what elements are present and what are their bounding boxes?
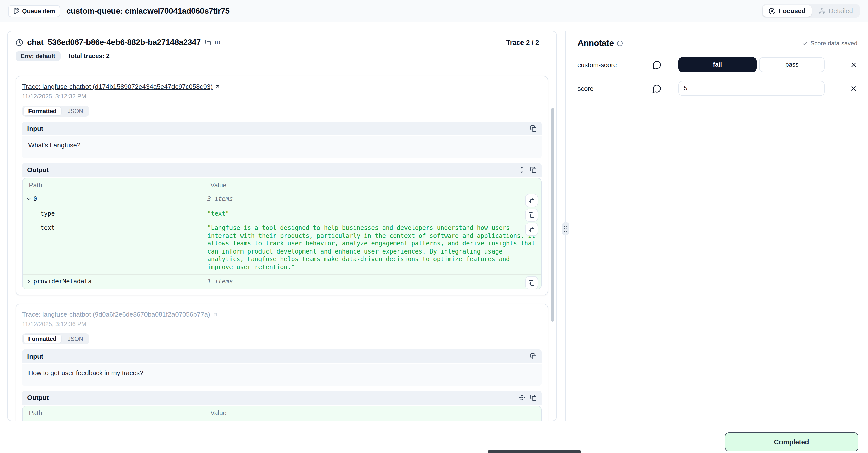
comment-icon[interactable]	[652, 60, 664, 69]
json-path: 0	[33, 195, 37, 202]
format-toggle: Formatted JSON	[22, 106, 89, 117]
trace-timestamp: 11/12/2025, 3:12:32 PM	[22, 93, 542, 100]
id-label: ID	[215, 39, 220, 46]
trace-counter: Trace 2 / 2	[506, 39, 539, 46]
external-link-icon	[215, 84, 220, 89]
input-text: What's Langfuse?	[22, 136, 542, 158]
trace-card: Trace: langfuse-chatbot (9d0a6f2e6de8670…	[16, 303, 548, 421]
table-row: 0 3 items	[23, 420, 541, 421]
score-option-pass[interactable]: pass	[759, 57, 825, 72]
delete-score-icon[interactable]	[850, 61, 858, 68]
json-path: type	[40, 210, 55, 217]
app-window: Queue item custom-queue: cmiacwel70041ad…	[0, 0, 868, 453]
copy-output-button[interactable]	[530, 167, 537, 173]
json-value: 1 items	[204, 275, 541, 289]
queue-item-badge: Queue item	[8, 5, 60, 17]
queue-item-header: chat_536ed067-b86e-4eb6-882b-ba27148a234…	[7, 31, 556, 67]
comment-icon[interactable]	[652, 84, 664, 93]
output-json-table: Path Value 0 3 items	[22, 405, 542, 421]
table-row: type "text"	[23, 207, 541, 221]
copy-input-button[interactable]	[530, 353, 537, 359]
tab-formatted[interactable]: Formatted	[23, 107, 62, 116]
delete-score-icon[interactable]	[850, 85, 858, 92]
input-section-header: Input	[22, 349, 542, 363]
clock-icon	[16, 39, 23, 46]
expand-output-button[interactable]	[519, 167, 525, 173]
view-mode-toggle: Focused Detailed	[762, 4, 860, 18]
trace-card: Trace: langfuse-chatbot (d174b1589072e43…	[16, 76, 548, 295]
chevron-down-icon[interactable]	[26, 196, 32, 202]
tab-json[interactable]: JSON	[63, 107, 88, 116]
top-bar: Queue item custom-queue: cmiacwel70041ad…	[0, 0, 868, 22]
page-title: custom-queue: cmiacwel70041ad060s7tlr75	[66, 6, 230, 16]
expand-output-button[interactable]	[519, 394, 525, 401]
score-option-fail[interactable]: fail	[678, 57, 756, 72]
table-row: text "Langfuse is a tool designed to hel…	[23, 221, 541, 275]
score-input[interactable]	[678, 81, 825, 96]
format-toggle: Formatted JSON	[22, 333, 89, 344]
save-status: Score data saved	[802, 40, 858, 47]
total-traces-label: Total traces: 2	[67, 53, 110, 60]
copy-row-button[interactable]	[525, 223, 538, 236]
session-title: chat_536ed067-b86e-4eb6-882b-ba27148a234…	[27, 38, 201, 47]
json-value: "text"	[204, 207, 541, 221]
column-header-path: Path	[23, 178, 204, 192]
trace-timestamp: 11/12/2025, 3:12:36 PM	[22, 320, 542, 328]
annotate-title: Annotate	[578, 38, 614, 49]
input-label: Input	[27, 352, 43, 360]
copy-output-button[interactable]	[530, 394, 537, 401]
trace-link[interactable]: Trace: langfuse-chatbot (d174b1589072e43…	[22, 83, 220, 90]
score-name: custom-score	[578, 61, 652, 68]
annotate-panel: Annotate Score data saved custom-score f…	[566, 31, 868, 421]
input-section-header: Input	[22, 122, 542, 135]
traces-scroll-area[interactable]: Trace: langfuse-chatbot (d174b1589072e43…	[7, 67, 556, 421]
json-value: 3 items	[204, 192, 541, 206]
score-row-score: score	[578, 81, 858, 96]
output-section-header: Output	[22, 163, 542, 177]
column-header-path: Path	[23, 406, 204, 419]
queue-item-badge-label: Queue item	[22, 7, 55, 15]
external-link-icon	[212, 311, 218, 317]
output-label: Output	[27, 394, 49, 401]
column-header-value: Value	[204, 406, 541, 419]
detailed-view-button[interactable]: Detailed	[813, 5, 859, 17]
info-icon[interactable]	[617, 40, 623, 47]
score-row-custom-score: custom-score fail pass	[578, 57, 858, 72]
copy-input-button[interactable]	[530, 125, 537, 132]
input-text: How to get user feedback in my traces?	[22, 364, 542, 386]
json-value: "Langfuse is a tool designed to help bus…	[204, 221, 541, 274]
output-label: Output	[27, 166, 49, 174]
column-header-value: Value	[204, 178, 541, 192]
env-badge: Env: default	[16, 51, 60, 61]
copy-id-button[interactable]	[205, 39, 211, 46]
vertical-scrollbar[interactable]	[551, 108, 554, 322]
detailed-view-label: Detailed	[829, 7, 853, 15]
output-section-header: Output	[22, 391, 542, 404]
json-path: providerMetadata	[33, 278, 92, 285]
completed-button[interactable]: Completed	[725, 432, 859, 452]
tab-json[interactable]: JSON	[63, 334, 88, 343]
network-icon	[819, 7, 826, 15]
score-name: score	[578, 85, 594, 93]
focused-view-button[interactable]: Focused	[763, 5, 812, 17]
table-row: 0 3 items	[23, 192, 541, 207]
horizontal-scrollbar-thumb[interactable]	[488, 451, 581, 453]
copy-row-button[interactable]	[525, 208, 538, 222]
focused-view-label: Focused	[779, 7, 806, 15]
chevron-right-icon[interactable]	[26, 278, 32, 284]
copy-row-button[interactable]	[525, 276, 538, 289]
json-path: text	[40, 224, 55, 231]
queue-item-panel: chat_536ed067-b86e-4eb6-882b-ba27148a234…	[7, 31, 557, 421]
input-label: Input	[27, 125, 43, 132]
tab-formatted[interactable]: Formatted	[23, 334, 62, 343]
copy-row-button[interactable]	[525, 194, 538, 207]
save-status-label: Score data saved	[810, 40, 858, 47]
clipboard-pen-icon	[13, 7, 20, 14]
output-json-table: Path Value 0 3 items	[22, 178, 542, 289]
table-row: providerMetadata 1 items	[23, 275, 541, 289]
gauge-icon	[769, 7, 776, 15]
check-icon	[802, 40, 808, 47]
json-value: 3 items	[204, 420, 541, 421]
trace-link[interactable]: Trace: langfuse-chatbot (9d0a6f2e6de8670…	[22, 310, 218, 318]
